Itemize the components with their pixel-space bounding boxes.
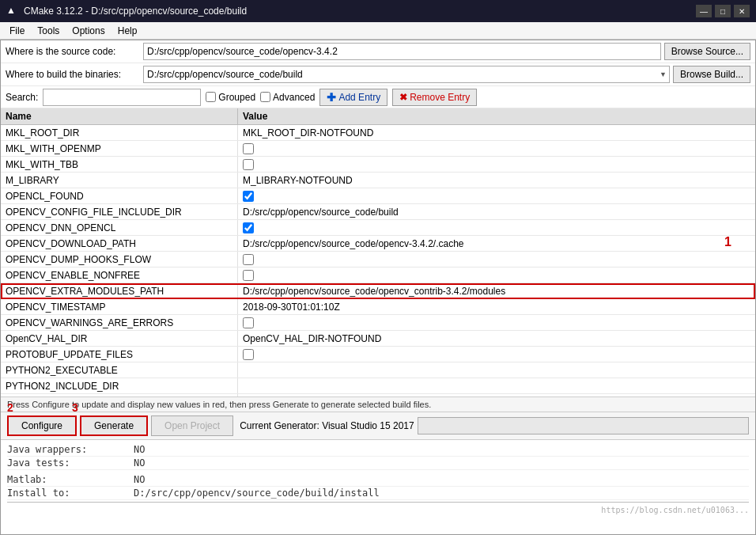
table-row[interactable]: OPENCV_DUMP_HOOKS_FLOW	[1, 252, 755, 268]
log-body: Java wrappers:NOJava tests:NOMatlab:NOIn…	[7, 443, 749, 503]
row-checkbox[interactable]	[243, 317, 254, 328]
cell-name: MKL_WITH_OPENMP	[1, 141, 238, 156]
table-row[interactable]: OPENCV_ENABLE_NONFREE	[1, 268, 755, 283]
advanced-checkbox[interactable]	[260, 92, 270, 102]
cell-value	[238, 220, 755, 235]
log-row: Java tests:NO	[7, 457, 749, 470]
generate-button[interactable]: Generate	[80, 415, 148, 436]
menu-options[interactable]: Options	[66, 24, 111, 38]
table-row[interactable]: OPENCV_EXTRA_MODULES_PATHD:/src/cpp/open…	[1, 283, 755, 299]
table-row[interactable]: PROTOBUF_UPDATE_FILES	[1, 347, 755, 362]
title-bar-controls: — □ ✕	[696, 5, 750, 17]
log-row: Matlab:NO	[7, 473, 749, 487]
row-checkbox[interactable]	[243, 143, 254, 154]
open-project-button[interactable]: Open Project	[151, 415, 233, 436]
main-content: Where is the source code: Browse Source.…	[0, 40, 756, 535]
table-header: Name Value	[1, 108, 755, 125]
table-row[interactable]: OPENCV_DOWNLOAD_PATHD:/src/cpp/opencv/so…	[1, 236, 755, 252]
search-input[interactable]	[43, 89, 201, 106]
remove-entry-button[interactable]: ✖ Remove Entry	[392, 89, 477, 106]
table-row[interactable]: OPENCV_DNN_OPENCL	[1, 220, 755, 236]
cell-value: OpenCV_HAL_DIR-NOTFOUND	[238, 331, 755, 346]
row-checkbox[interactable]	[243, 349, 254, 360]
maximize-button[interactable]: □	[715, 5, 731, 17]
close-button[interactable]: ✕	[734, 5, 750, 17]
info-bar: Press Configure to update and display ne…	[1, 397, 755, 412]
title-bar-title: CMake 3.12.2 - D:/src/cpp/opencv/source_…	[24, 6, 247, 17]
cell-value	[238, 347, 755, 362]
cell-value	[238, 157, 755, 172]
annotation-1: 1	[724, 235, 731, 249]
minimize-button[interactable]: —	[696, 5, 712, 17]
table-row[interactable]: PYTHON2_EXECUTABLE	[1, 362, 755, 378]
cell-name: MKL_ROOT_DIR	[1, 125, 238, 140]
add-entry-button[interactable]: ✚ Add Entry	[319, 89, 387, 106]
cell-value: D:/src/cpp/opencv/source_code/opencv_con…	[238, 283, 755, 298]
table-row[interactable]: PYTHON2_INCLUDE_DIR2	[1, 394, 755, 397]
log-divider	[7, 502, 749, 503]
table-row[interactable]: MKL_ROOT_DIRMKL_ROOT_DIR-NOTFOUND	[1, 125, 755, 141]
cell-value: 2018-09-30T01:01:10Z	[238, 299, 755, 314]
cell-name: OPENCV_DNN_OPENCL	[1, 220, 238, 235]
cell-name: OPENCV_DUMP_HOOKS_FLOW	[1, 252, 238, 267]
cell-name: OPENCV_TIMESTAMP	[1, 299, 238, 314]
table-row[interactable]: M_LIBRARYM_LIBRARY-NOTFOUND	[1, 173, 755, 188]
title-bar: ▲ CMake 3.12.2 - D:/src/cpp/opencv/sourc…	[0, 0, 756, 22]
log-row: Java wrappers:NO	[7, 443, 749, 457]
grouped-checkbox[interactable]	[206, 92, 216, 102]
table-body: MKL_ROOT_DIRMKL_ROOT_DIR-NOTFOUNDMKL_WIT…	[1, 125, 755, 397]
menu-help[interactable]: Help	[112, 24, 144, 38]
browse-source-button[interactable]: Browse Source...	[664, 43, 750, 60]
table-row[interactable]: OPENCL_FOUND	[1, 188, 755, 204]
table-container[interactable]: 1 Name Value MKL_ROOT_DIRMKL_ROOT_DIR-NO…	[1, 108, 755, 397]
add-entry-label: Add Entry	[338, 92, 380, 103]
app-icon: ▲	[6, 5, 19, 17]
row-checkbox[interactable]	[243, 270, 254, 281]
cell-value	[238, 252, 755, 267]
cell-name: MKL_WITH_TBB	[1, 157, 238, 172]
table-row[interactable]: PYTHON2_INCLUDE_DIR	[1, 378, 755, 394]
build-input-wrapper: D:/src/cpp/opencv/source_code/build	[143, 66, 670, 83]
table-row[interactable]: MKL_WITH_OPENMP	[1, 141, 755, 157]
source-input[interactable]	[143, 43, 661, 60]
cell-value: D:/src/cpp/opencv/source_code/opencv-3.4…	[238, 236, 755, 251]
menu-tools[interactable]: Tools	[31, 24, 66, 38]
log-key: Matlab:	[7, 474, 134, 485]
grouped-label: Grouped	[218, 92, 255, 103]
build-input[interactable]: D:/src/cpp/opencv/source_code/build	[143, 66, 670, 83]
table-row[interactable]: OPENCV_CONFIG_FILE_INCLUDE_DIRD:/src/cpp…	[1, 204, 755, 220]
source-label: Where is the source code:	[6, 46, 140, 57]
table-row[interactable]: OpenCV_HAL_DIROpenCV_HAL_DIR-NOTFOUND	[1, 331, 755, 347]
row-checkbox[interactable]	[243, 222, 254, 233]
annotation-3: 3	[72, 401, 78, 414]
menu-file[interactable]: File	[3, 24, 31, 38]
table-row[interactable]: OPENCV_TIMESTAMP2018-09-30T01:01:10Z	[1, 299, 755, 315]
table-row[interactable]: OPENCV_WARNINGS_ARE_ERRORS	[1, 315, 755, 331]
browse-build-button[interactable]: Browse Build...	[673, 66, 750, 83]
build-path-row: Where to build the binaries: D:/src/cpp/…	[1, 63, 755, 86]
add-entry-icon: ✚	[327, 91, 336, 104]
log-key: Install to:	[7, 488, 134, 499]
log-row: Install to:D:/src/cpp/opencv/source_code…	[7, 487, 749, 500]
row-checkbox[interactable]	[243, 254, 254, 265]
watermark: https://blog.csdn.net/u01063...	[7, 504, 749, 514]
configure-button[interactable]: Configure	[7, 415, 77, 436]
column-value-header: Value	[238, 108, 755, 124]
cell-name: OPENCV_WARNINGS_ARE_ERRORS	[1, 315, 238, 330]
table-row[interactable]: MKL_WITH_TBB	[1, 157, 755, 173]
toolbar-row: Search: Grouped Advanced ✚ Add Entry ✖ R…	[1, 86, 755, 108]
row-checkbox[interactable]	[243, 159, 254, 170]
generator-field	[418, 417, 749, 434]
cell-value	[238, 315, 755, 330]
cell-name: OPENCV_EXTRA_MODULES_PATH	[1, 283, 238, 298]
column-name-header: Name	[1, 108, 238, 124]
search-label: Search:	[6, 92, 38, 103]
cell-name: OPENCV_DOWNLOAD_PATH	[1, 236, 238, 251]
cell-name: OpenCV_HAL_DIR	[1, 331, 238, 346]
log-key: Java wrappers:	[7, 444, 134, 455]
row-checkbox[interactable]	[243, 191, 254, 202]
advanced-label: Advanced	[273, 92, 315, 103]
cell-value	[238, 268, 755, 283]
cell-value: MKL_ROOT_DIR-NOTFOUND	[238, 125, 755, 140]
menu-bar: File Tools Options Help	[0, 22, 756, 40]
